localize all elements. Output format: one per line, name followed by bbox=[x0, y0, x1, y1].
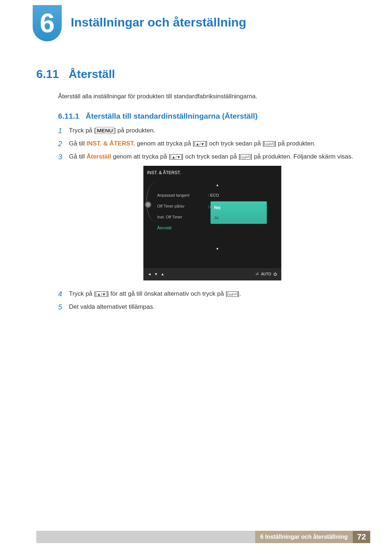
menu-target: Återställ bbox=[86, 153, 111, 160]
up-down-icon: ▲/▼ bbox=[195, 141, 206, 147]
step-body: Tryck på [▲/▼] för att gå till önskat al… bbox=[69, 289, 356, 299]
osd-label: Inst. Off Timer bbox=[157, 212, 208, 222]
osd-row-selected: Återställ bbox=[157, 222, 278, 233]
colon: : bbox=[208, 202, 209, 212]
osd-title: INST. & ÅTERST. bbox=[143, 166, 281, 179]
footer-chapter-label: 6 Inställningar och återställning bbox=[255, 531, 353, 543]
text: Tryck på [ bbox=[69, 290, 96, 297]
chapter-number-badge: 6 bbox=[33, 5, 62, 41]
osd-label: Återställ bbox=[157, 223, 208, 233]
gear-icon bbox=[144, 201, 152, 209]
osd-value: : ECO bbox=[208, 190, 219, 200]
step-1: 1 Tryck på [MENU] på produkten. bbox=[58, 126, 356, 135]
text: ECO bbox=[210, 193, 219, 197]
osd-popup-option: Ja bbox=[211, 213, 267, 223]
osd-label: Off Timer på/av bbox=[157, 201, 208, 211]
subsection-number: 6.11.1 bbox=[58, 112, 79, 120]
osd-down-icon: ▼ bbox=[153, 270, 159, 279]
source-enter-icon: ▭/⏎ bbox=[240, 154, 250, 160]
source-enter-icon: ▭/⏎ bbox=[228, 291, 238, 297]
osd-body: ▲ Anpassad tangent : ECO Off Timer på/av… bbox=[143, 179, 281, 268]
text: Gå till bbox=[69, 140, 86, 147]
step-body: Tryck på [MENU] på produkten. bbox=[69, 126, 356, 135]
text: ] på produkten. bbox=[114, 127, 155, 134]
section-title: Återställ bbox=[69, 67, 115, 81]
osd-popup-option-selected: Nej bbox=[211, 202, 267, 213]
source-enter-icon: ▭/⏎ bbox=[264, 141, 274, 147]
subsection-heading: 6.11.1 Återställa till standardinställni… bbox=[58, 112, 258, 120]
step-5: 5 Det valda alternativet tillämpas. bbox=[58, 302, 356, 312]
step-number: 3 bbox=[58, 152, 69, 286]
osd-power-icon: ⏻ bbox=[272, 270, 278, 279]
step-body: Det valda alternativet tillämpas. bbox=[69, 302, 356, 312]
step-number: 2 bbox=[58, 139, 69, 148]
osd-enter-icon: ⏎ bbox=[254, 270, 260, 279]
osd-up-icon: ▲ bbox=[159, 270, 166, 279]
osd-back-icon: ◄ bbox=[146, 270, 153, 279]
osd-up-arrow-icon: ▲ bbox=[157, 180, 278, 190]
text: ] och tryck sedan på [ bbox=[182, 153, 241, 160]
step-body: Gå till Återställ genom att trycka på [▲… bbox=[69, 152, 356, 286]
up-down-icon: ▲/▼ bbox=[171, 154, 182, 160]
step-2: 2 Gå till INST. & ÅTERST. genom att tryc… bbox=[58, 139, 356, 148]
text: ] på produkten. Följande skärm visas. bbox=[250, 153, 353, 160]
osd-bottom-bar: ◄ ▼ ▲ ⏎ AUTO ⏻ bbox=[143, 268, 281, 280]
text: ] på produkten. bbox=[274, 140, 315, 147]
osd-popup: : Nej Ja bbox=[211, 201, 267, 224]
menu-target: INST. & ÅTERST. bbox=[86, 140, 135, 147]
subsection-title: Återställa till standardinställningarna … bbox=[86, 112, 258, 120]
text: genom att trycka på [ bbox=[135, 140, 194, 147]
text: Gå till bbox=[69, 153, 86, 160]
steps-list: 1 Tryck på [MENU] på produkten. 2 Gå til… bbox=[58, 126, 356, 315]
osd-row: Anpassad tangent : ECO bbox=[157, 190, 278, 201]
footer-spacer bbox=[36, 531, 255, 543]
section-number: 6.11 bbox=[36, 67, 59, 81]
step-3: 3 Gå till Återställ genom att trycka på … bbox=[58, 152, 356, 286]
section-heading: 6.11 Återställ bbox=[36, 67, 115, 81]
footer-page-number: 72 bbox=[353, 531, 370, 543]
osd-label: Anpassad tangent bbox=[157, 190, 208, 200]
osd-down-arrow-icon: ▼ bbox=[157, 233, 278, 254]
osd-auto-label: AUTO bbox=[260, 270, 272, 279]
text: ] för att gå till önskat alternativ och … bbox=[107, 290, 228, 297]
text: Tryck på [ bbox=[69, 127, 96, 134]
menu-key: MENU bbox=[96, 127, 114, 134]
step-number: 1 bbox=[58, 126, 69, 135]
step-body: Gå till INST. & ÅTERST. genom att trycka… bbox=[69, 139, 356, 148]
chapter-title: Inställningar och återställning bbox=[71, 15, 246, 29]
step-number: 4 bbox=[58, 289, 69, 299]
text: genom att trycka på [ bbox=[111, 153, 170, 160]
up-down-icon: ▲/▼ bbox=[96, 291, 107, 297]
text: ] och tryck sedan på [ bbox=[206, 140, 265, 147]
footer-bar: 6 Inställningar och återställning 72 bbox=[36, 531, 370, 543]
step-4: 4 Tryck på [▲/▼] för att gå till önskat … bbox=[58, 289, 356, 299]
step-number: 5 bbox=[58, 302, 69, 312]
section-intro-text: Återställ alla inställningar för produkt… bbox=[58, 93, 257, 100]
osd-screenshot: INST. & ÅTERST. ▲ Anpassad tangent : ECO… bbox=[143, 166, 281, 280]
text: ]. bbox=[238, 290, 241, 297]
